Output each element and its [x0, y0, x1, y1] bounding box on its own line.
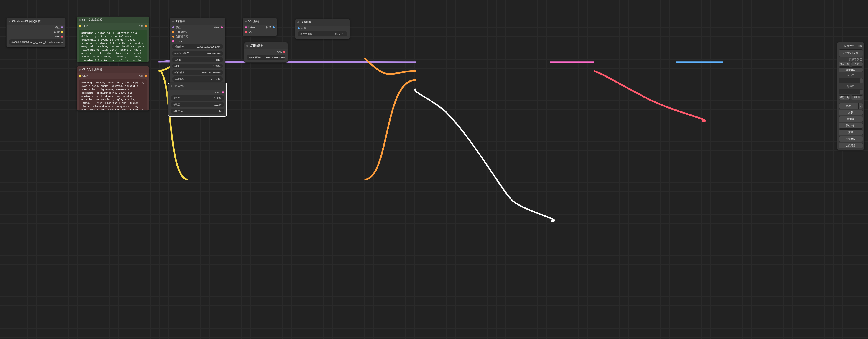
node-vae-loader[interactable]: VAE加载器 VAE ◀vae名称sdxl_vae.safetensors▶ — [244, 42, 288, 63]
cfg-widget[interactable]: ◀CFG8.000▶ — [172, 64, 223, 68]
node-title: 保存图像 — [295, 19, 349, 26]
control-panel[interactable]: ⋮⋮ 队列大小: 0 ◫ ⚙ 提示词队列 更多选项 前台队列 关闭 显示历史 运… — [837, 42, 864, 150]
node-clip-text-encode-positive[interactable]: CLIP文本编码器 CLIP 条件 Stunningly detailed il… — [76, 17, 149, 62]
node-save-image[interactable]: 保存图像 图像 文件名前缀ComfyUI — [295, 19, 350, 39]
input-latent[interactable]: Latent — [172, 39, 183, 43]
refresh-queue-button[interactable]: 重刷新 — [851, 95, 863, 100]
output-image[interactable]: 图像 — [266, 25, 275, 29]
queue-size-label: 队列大小: 0 — [844, 44, 857, 48]
input-negative[interactable]: 负面提示词 — [172, 34, 188, 38]
prompt-text[interactable]: cleavage, wings, bokeh, hat, hat, nipple… — [79, 79, 147, 111]
refresh-button[interactable]: 重刷新 — [839, 116, 863, 122]
input-positive[interactable]: 正面提示词 — [172, 30, 188, 34]
gear-icon[interactable]: ⚙ — [860, 45, 862, 48]
clear-queue-button[interactable]: 清除队列 — [839, 95, 850, 100]
waiting-list[interactable] — [839, 89, 863, 94]
width-widget[interactable]: ◀宽度1024▶ — [171, 95, 224, 101]
node-title: CLIP文本编码器 — [77, 66, 149, 73]
seed-widget[interactable]: ◀随机种1038560282059170▶ — [172, 44, 223, 49]
show-history-button[interactable]: 显示历史 — [839, 67, 863, 72]
running-label: 运行中 — [839, 73, 863, 77]
input-clip[interactable]: CLIP — [79, 24, 88, 28]
node-title: VAE加载器 — [244, 43, 287, 49]
prompt-text[interactable]: Stunningly detailed illustration of a de… — [79, 30, 147, 62]
running-list[interactable] — [839, 78, 863, 83]
node-title: VAE解码 — [243, 18, 277, 25]
node-title: 空Latent — [168, 83, 226, 90]
output-conditioning[interactable]: 条件 — [138, 24, 147, 28]
output-latent[interactable]: Latent — [212, 25, 223, 29]
node-title: K采样器 — [170, 18, 225, 25]
front-queue-button[interactable]: 前台队列 — [839, 62, 850, 66]
load-button[interactable]: 加载 — [839, 110, 863, 115]
save-button[interactable]: 保存 — [839, 103, 859, 109]
clear-button[interactable]: 清除 — [839, 130, 863, 135]
load-default-button[interactable]: 加载默认 — [839, 136, 863, 142]
output-conditioning[interactable]: 条件 — [138, 74, 147, 78]
batch-size-widget[interactable]: ◀批次大小1▶ — [171, 109, 224, 114]
input-image[interactable]: 图像 — [298, 26, 306, 30]
waiting-label: 等待中 — [839, 84, 863, 88]
save-dropdown-button[interactable]: ▾ — [859, 103, 863, 109]
checkpoint-name-widget[interactable]: ◀ Checkpoint名称 sd_xl_base_1.0.safetensor… — [9, 39, 63, 45]
height-widget[interactable]: ◀高度1024▶ — [171, 102, 224, 107]
output-vae[interactable]: VAE — [55, 34, 63, 38]
input-clip[interactable]: CLIP — [79, 74, 88, 78]
node-empty-latent[interactable]: 空Latent Latent ◀宽度1024▶ ◀高度1024▶ ◀批次大小1▶ — [168, 83, 227, 117]
clipspace-button[interactable]: 剪贴空间 — [839, 123, 863, 129]
drag-handle-icon[interactable]: ⋮⋮ — [839, 45, 844, 48]
steps-widget[interactable]: ◀步数20▶ — [172, 57, 223, 62]
vae-name-widget[interactable]: ◀vae名称sdxl_vae.safetensors▶ — [247, 55, 285, 60]
node-vae-decode[interactable]: VAE解码 Latent 图像 VAE — [243, 18, 277, 36]
control-after-generate-widget[interactable]: ◀运行后操作randomize▶ — [172, 51, 223, 56]
node-checkpoint-loader[interactable]: Checkpoint加载器(简易) 模型 CLIP VAE ◀ Checkpoi… — [6, 18, 66, 48]
sampler-widget[interactable]: ◀采样器euler_ancestral▶ — [172, 70, 223, 75]
node-ksampler[interactable]: K采样器 模型 Latent 正面提示词 负面提示词 Latent ◀随机种10… — [169, 18, 225, 91]
node-title: CLIP文本编码器 — [77, 17, 149, 23]
input-latent[interactable]: Latent — [245, 25, 255, 29]
output-latent[interactable]: Latent — [214, 90, 224, 94]
output-model[interactable]: 模型 — [55, 25, 63, 29]
scheduler-widget[interactable]: ◀调度器normal▶ — [172, 76, 223, 82]
input-vae[interactable]: VAE — [245, 30, 253, 34]
switch-language-button[interactable]: 切换语言 — [839, 143, 863, 148]
output-vae[interactable]: VAE — [277, 50, 285, 54]
node-clip-text-encode-negative[interactable]: CLIP文本编码器 CLIP 条件 cleavage, wings, bokeh… — [76, 66, 149, 111]
input-model[interactable]: 模型 — [172, 25, 181, 29]
output-clip[interactable]: CLIP — [54, 30, 63, 34]
queue-prompt-button[interactable]: 提示词队列 — [839, 50, 863, 57]
more-options-checkbox[interactable]: 更多选项 — [839, 58, 863, 61]
node-title: Checkpoint加载器(简易) — [7, 18, 65, 25]
pin-icon[interactable]: ◫ — [858, 45, 860, 48]
close-button[interactable]: 关闭 — [851, 62, 863, 66]
filename-prefix-widget[interactable]: 文件名前缀ComfyUI — [298, 31, 347, 36]
